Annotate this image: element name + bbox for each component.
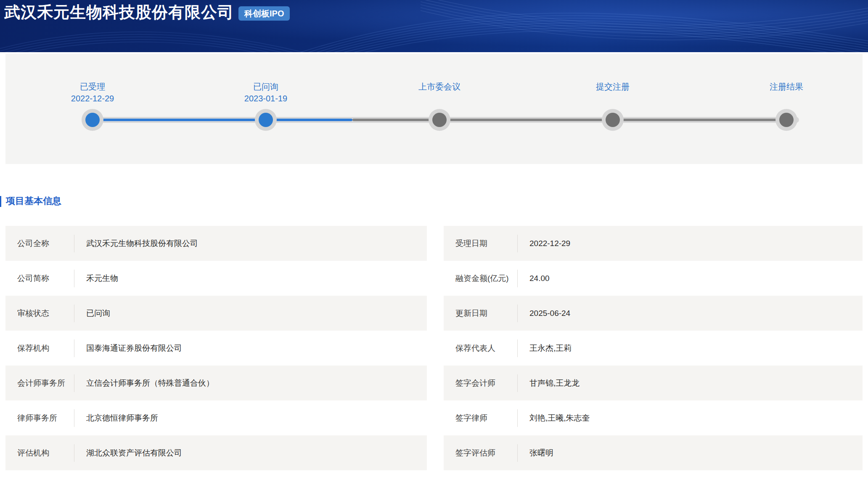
- info-label: 受理日期: [455, 238, 517, 249]
- info-row-update-date: 更新日期 2025-06-24: [444, 296, 863, 331]
- info-row-full-name: 公司全称 武汉禾元生物科技股份有限公司: [5, 226, 427, 261]
- info-row-signing-lawyers: 签字律师 刘艳,王曦,朱志奎: [444, 400, 863, 435]
- section-title: 项目基本信息: [6, 195, 61, 207]
- info-row-signing-accountants: 签字会计师 甘声锦,王龙龙: [444, 366, 863, 400]
- info-row-review-status: 审核状态 已问询: [5, 296, 427, 331]
- timeline-step-inquired: 已问询 2023-01-19: [179, 81, 352, 104]
- step-node-result-icon: [775, 109, 797, 131]
- info-value: 立信会计师事务所（特殊普通合伙）: [86, 378, 214, 389]
- info-label: 保荐代表人: [455, 343, 517, 354]
- page-header: 武汉禾元生物科技股份有限公司 科创板IPO: [0, 0, 868, 52]
- info-value: 湖北众联资产评估有限公司: [86, 448, 182, 458]
- timeline-step-submit-registration: 提交注册: [526, 81, 699, 93]
- basic-info-right-column: 受理日期 2022-12-29 融资金额(亿元) 24.00 更新日期 2025…: [444, 226, 863, 470]
- step-date: 2023-01-19: [179, 93, 352, 104]
- info-label: 公司全称: [17, 238, 74, 249]
- timeline-step-registration-result: 注册结果: [700, 81, 868, 93]
- step-node-committee-icon: [429, 109, 450, 131]
- info-row-acceptance-date: 受理日期 2022-12-29: [444, 226, 863, 261]
- info-row-sponsor: 保荐机构 国泰海通证券股份有限公司: [5, 331, 427, 366]
- info-value: 张曙明: [529, 448, 553, 458]
- info-label: 评估机构: [17, 448, 74, 458]
- label-value-divider: [517, 444, 518, 462]
- info-label: 签字律师: [455, 413, 517, 424]
- label-value-divider: [517, 235, 518, 252]
- info-value: 甘声锦,王龙龙: [529, 378, 580, 389]
- info-row-signing-appraiser: 签字评估师 张曙明: [444, 435, 863, 470]
- step-node-submit-icon: [602, 109, 624, 131]
- label-value-divider: [517, 270, 518, 287]
- step-date: 2022-12-29: [6, 93, 179, 104]
- step-label: 已受理: [6, 81, 179, 93]
- ipo-progress-timeline: 已受理 2022-12-29 已问询 2023-01-19 上市委会议 提交注册…: [5, 54, 863, 164]
- info-label: 签字评估师: [455, 448, 517, 458]
- info-row-sponsor-representatives: 保荐代表人 王永杰,王莉: [444, 331, 863, 366]
- section-accent-bar: [0, 196, 1, 207]
- timeline-step-accepted: 已受理 2022-12-29: [6, 81, 179, 104]
- info-row-financing-amount: 融资金额(亿元) 24.00: [444, 261, 863, 296]
- label-value-divider: [517, 374, 518, 392]
- label-value-divider: [74, 444, 74, 462]
- step-label: 提交注册: [526, 81, 699, 93]
- info-value: 禾元生物: [86, 273, 118, 284]
- timeline-step-committee-meeting: 上市委会议: [353, 81, 526, 93]
- info-label: 签字会计师: [455, 378, 517, 389]
- market-board-badge: 科创板IPO: [238, 6, 290, 21]
- company-title: 武汉禾元生物科技股份有限公司: [4, 3, 234, 21]
- basic-info-left-column: 公司全称 武汉禾元生物科技股份有限公司 公司简称 禾元生物 审核状态 已问询 保…: [5, 226, 427, 470]
- step-label: 已问询: [179, 81, 352, 93]
- step-node-inquired-icon: [255, 109, 277, 131]
- info-value: 国泰海通证券股份有限公司: [86, 343, 182, 354]
- label-value-divider: [517, 409, 518, 427]
- timeline-progress-remaining: [352, 119, 788, 121]
- label-value-divider: [74, 374, 74, 392]
- info-value: 王永杰,王莉: [529, 343, 572, 354]
- label-value-divider: [74, 305, 74, 322]
- info-value: 24.00: [529, 274, 550, 283]
- info-label: 更新日期: [455, 308, 517, 319]
- step-node-accepted-icon: [82, 109, 103, 131]
- label-value-divider: [517, 339, 518, 357]
- info-label: 保荐机构: [17, 343, 74, 354]
- info-row-short-name: 公司简称 禾元生物: [5, 261, 427, 296]
- info-value: 刘艳,王曦,朱志奎: [529, 413, 590, 424]
- info-label: 审核状态: [17, 308, 74, 319]
- timeline-progress-done: [90, 119, 352, 121]
- label-value-divider: [74, 339, 74, 357]
- info-value: 2025-06-24: [529, 309, 570, 318]
- label-value-divider: [74, 409, 74, 427]
- info-value: 北京德恒律师事务所: [86, 413, 158, 424]
- info-row-accounting-firm: 会计师事务所 立信会计师事务所（特殊普通合伙）: [5, 366, 427, 400]
- info-row-law-firm: 律师事务所 北京德恒律师事务所: [5, 400, 427, 435]
- info-value: 2022-12-29: [529, 239, 570, 248]
- info-value: 武汉禾元生物科技股份有限公司: [86, 238, 198, 249]
- step-label: 上市委会议: [353, 81, 526, 93]
- info-label: 会计师事务所: [17, 378, 74, 389]
- info-value: 已问询: [86, 308, 110, 319]
- ipo-project-page: 武汉禾元生物科技股份有限公司 科创板IPO 已受理 2022-12-29 已问询…: [0, 0, 868, 477]
- info-label: 公司简称: [17, 273, 74, 284]
- label-value-divider: [74, 270, 74, 287]
- info-label: 律师事务所: [17, 413, 74, 424]
- info-row-appraisal-agency: 评估机构 湖北众联资产评估有限公司: [5, 435, 427, 470]
- info-label: 融资金额(亿元): [455, 273, 517, 284]
- label-value-divider: [74, 235, 74, 252]
- label-value-divider: [517, 305, 518, 322]
- step-label: 注册结果: [700, 81, 868, 93]
